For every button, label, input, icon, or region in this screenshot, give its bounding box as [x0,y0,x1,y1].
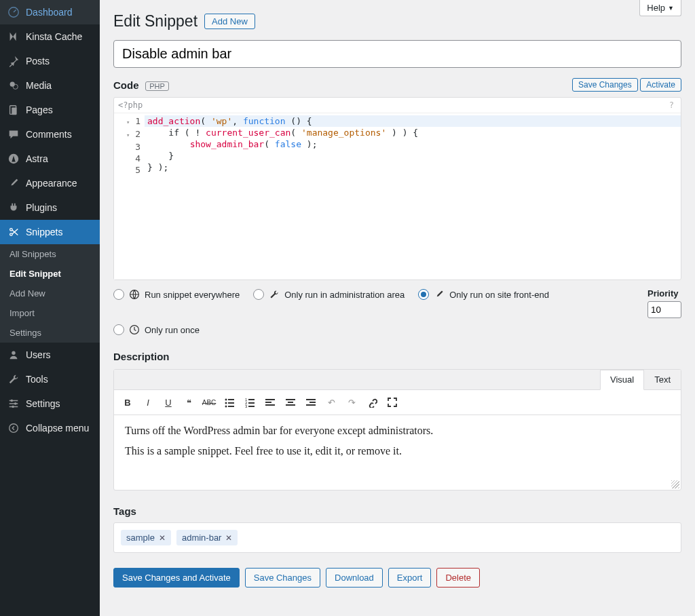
svg-rect-26 [248,406,255,407]
svg-rect-35 [306,404,316,406]
add-new-button[interactable]: Add New [204,14,255,29]
svg-point-2 [13,84,18,89]
underline-icon[interactable]: U [159,393,178,412]
code-gutter: ▾ 1 ▾ 2 3 4 5 [114,113,145,280]
tag-item: sample ✕ [121,530,171,545]
run-once-option[interactable]: Only run once [113,324,681,336]
save-activate-button[interactable]: Save Changes and Activate [113,568,240,588]
svg-rect-22 [248,399,255,400]
text-tab[interactable]: Text [644,370,681,389]
tags-input[interactable]: sample ✕ admin-bar ✕ [113,522,681,553]
sidebar-item-posts[interactable]: Posts [0,49,100,73]
sidebar-item-collapse[interactable]: Collapse menu [0,416,100,440]
sidebar-label: Kinsta Cache [26,31,82,42]
help-tab[interactable]: Help ▼ [639,0,681,16]
sliders-icon [7,397,20,410]
run-frontend-option[interactable]: Only run on site front-end [418,288,549,301]
sidebar-item-plugins[interactable]: Plugins [0,195,100,220]
description-paragraph: Turns off the WordPress admin bar for ev… [125,425,670,437]
numbered-list-icon[interactable]: 123 [240,393,259,412]
italic-icon[interactable]: I [138,393,157,412]
description-content[interactable]: Turns off the WordPress admin bar for ev… [114,415,681,490]
scissors-icon [7,225,20,239]
svg-rect-27 [265,399,275,400]
svg-rect-31 [288,402,293,403]
quote-icon[interactable]: ❝ [179,393,198,412]
run-everywhere-option[interactable]: Run snippet everywhere [113,288,240,301]
bullet-list-icon[interactable] [220,393,239,412]
radio-icon [253,289,264,300]
export-button[interactable]: Export [388,568,432,588]
delete-button[interactable]: Delete [436,568,480,588]
submenu-import[interactable]: Import [0,303,100,323]
snippet-title-input[interactable] [113,40,681,68]
activate-top-button[interactable]: Activate [640,78,681,92]
sidebar-label: Posts [26,56,50,66]
priority-input[interactable] [647,301,681,318]
sidebar-item-dashboard[interactable]: Dashboard [0,0,100,24]
sidebar-label: Tools [26,374,48,385]
kinsta-icon [7,30,20,43]
sidebar-label: Media [26,80,52,91]
brush-icon [433,288,445,301]
code-help-icon[interactable]: ? [669,100,677,110]
sidebar-label: Astra [26,153,48,164]
sidebar-label: Dashboard [26,7,73,18]
link-icon[interactable] [362,393,381,412]
submenu-settings[interactable]: Settings [0,323,100,343]
align-center-icon[interactable] [281,393,300,412]
sidebar-item-comments[interactable]: Comments [0,122,100,147]
sidebar-item-appearance[interactable]: Appearance [0,171,100,195]
undo-icon[interactable]: ↶ [322,393,341,412]
sidebar-item-snippets[interactable]: Snippets [0,220,100,244]
run-admin-option[interactable]: Only run in administration area [253,288,405,301]
sidebar-item-settings[interactable]: Settings [0,391,100,416]
description-label: Description [113,351,681,362]
svg-rect-18 [228,402,234,404]
sidebar-item-users[interactable]: Users [0,343,100,367]
svg-rect-32 [286,404,295,406]
bold-icon[interactable]: B [118,393,137,412]
sidebar-item-kinsta[interactable]: Kinsta Cache [0,24,100,49]
sidebar-item-media[interactable]: Media [0,73,100,98]
language-badge: PHP [145,81,169,91]
sidebar-item-astra[interactable]: Astra [0,147,100,171]
run-label: Only run on site front-end [449,290,549,300]
align-left-icon[interactable] [261,393,280,412]
fullscreen-icon[interactable] [383,393,402,412]
svg-text:3: 3 [245,404,248,408]
redo-icon[interactable]: ↷ [342,393,361,412]
php-open-tag: <?php [118,100,143,110]
submenu-add-new[interactable]: Add New [0,284,100,303]
run-options: Run snippet everywhere Only run in admin… [113,288,681,336]
pin-icon [7,54,20,68]
sidebar-label: Appearance [26,178,77,189]
user-icon [7,348,20,362]
save-changes-button[interactable]: Save Changes [245,568,320,588]
align-right-icon[interactable] [301,393,320,412]
code-body[interactable]: add_action( 'wp', function () { if ( ! c… [145,113,681,280]
code-editor[interactable]: <?php ? ▾ 1 ▾ 2 3 4 5 add_action( 'wp', … [113,97,681,280]
admin-sidebar: Dashboard Kinsta Cache Posts Media Pages… [0,0,100,616]
svg-point-15 [225,399,227,401]
sidebar-item-pages[interactable]: Pages [0,98,100,122]
tag-text: sample [126,533,155,543]
remove-tag-icon[interactable]: ✕ [225,533,232,543]
visual-tab[interactable]: Visual [600,370,644,390]
submenu-all-snippets[interactable]: All Snippets [0,244,100,264]
sidebar-item-tools[interactable]: Tools [0,367,100,391]
run-label: Only run in administration area [284,290,405,300]
strikethrough-icon[interactable]: ABC [200,393,219,412]
page-title: Edit Snippet [113,12,198,31]
sidebar-label: Plugins [26,202,57,213]
download-button[interactable]: Download [326,568,383,588]
editor-toolbar: B I U ❝ ABC 123 ↶ ↷ [114,390,681,415]
svg-point-7 [10,233,13,236]
svg-rect-24 [248,402,255,404]
svg-rect-30 [286,399,295,400]
collapse-icon [7,421,20,435]
resize-handle-icon[interactable] [671,480,679,488]
submenu-edit-snippet[interactable]: Edit Snippet [0,264,100,284]
save-changes-top-button[interactable]: Save Changes [572,78,638,92]
remove-tag-icon[interactable]: ✕ [159,533,166,543]
